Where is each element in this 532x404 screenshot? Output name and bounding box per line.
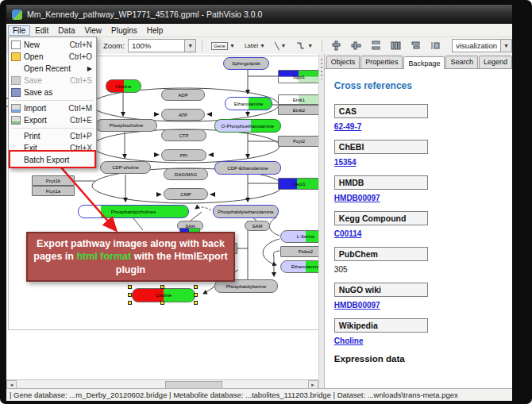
- tab-properties[interactable]: Properties: [360, 56, 403, 68]
- zoom-value: 100%: [129, 41, 184, 50]
- metabolite-node[interactable]: Choline: [106, 79, 141, 93]
- ref-db-header: ChEBI: [334, 140, 428, 154]
- title-bar[interactable]: Mm_Kennedy_pathway_WP1771_45176.gpml - P…: [6, 5, 512, 24]
- ref-db-header: CAS: [334, 104, 428, 118]
- selection-handle[interactable]: [128, 301, 132, 305]
- side-panel: Objects Properties Backpage Search Legen…: [325, 54, 512, 389]
- menu-item-import[interactable]: Import Ctrl+M: [9, 102, 96, 114]
- tab-objects[interactable]: Objects: [326, 56, 360, 68]
- metabolite-node[interactable]: L-Serine: [280, 230, 318, 243]
- menu-data[interactable]: Data: [53, 25, 79, 36]
- connector-tool-icon: [295, 40, 306, 51]
- window-title: Mm_Kennedy_pathway_WP1771_45176.gpml - P…: [27, 10, 262, 19]
- menu-help[interactable]: Help: [142, 25, 168, 36]
- tab-backpage[interactable]: Backpage: [403, 56, 445, 69]
- selection-handle[interactable]: [160, 301, 164, 305]
- metabolite-node[interactable]: CDP-Ethanolamine: [214, 161, 281, 175]
- panel-splitter[interactable]: [318, 54, 325, 389]
- visualization-combobox[interactable]: visualization ▼: [452, 39, 512, 52]
- line-tool-caret-icon[interactable]: ▼: [280, 43, 286, 48]
- selection-handle[interactable]: [194, 301, 198, 305]
- selection-handle[interactable]: [194, 285, 198, 289]
- metabolite-node[interactable]: O-Phosphoethanolamine: [214, 119, 281, 133]
- ref-link[interactable]: C00114: [334, 229, 361, 238]
- menu-item-print[interactable]: Print Ctrl+P: [9, 130, 96, 142]
- ref-db-header: PubChem: [334, 247, 428, 261]
- menu-bar: File Edit Data View Plugins Help: [6, 24, 512, 37]
- zoom-combobox[interactable]: 100% ▼: [128, 39, 196, 52]
- label-tool-caret-icon[interactable]: ▼: [260, 43, 265, 48]
- distribute-horizontal-button[interactable]: [387, 38, 404, 53]
- app-icon: [12, 10, 22, 20]
- visualization-dropdown-icon[interactable]: ▼: [500, 40, 511, 52]
- ref-link[interactable]: 62-49-7: [334, 122, 361, 131]
- metabolite-node[interactable]: ADP: [161, 89, 205, 101]
- open-folder-icon: [11, 52, 21, 61]
- metabolite-node[interactable]: Phosphocholine: [95, 119, 157, 132]
- distribute-vertical-button[interactable]: [368, 38, 384, 53]
- metabolite-node[interactable]: Ethanolamine: [280, 260, 318, 273]
- align-horizontal-center-button[interactable]: [348, 38, 364, 53]
- gene-node[interactable]: Etnk2: [278, 105, 318, 115]
- metabolite-node[interactable]: Phosphatidylcholines: [78, 205, 189, 218]
- distribute-vertical-icon: [371, 40, 381, 51]
- tab-search[interactable]: Search: [445, 56, 478, 68]
- ref-link[interactable]: HMDB00097: [334, 194, 380, 202]
- menu-item-open-recent[interactable]: Open Recent ▶: [9, 63, 96, 75]
- cross-references-heading: Cross references: [334, 80, 503, 91]
- metabolite-node[interactable]: SAM: [245, 221, 270, 231]
- align-vertical-center-button[interactable]: [328, 38, 345, 53]
- metabolite-node[interactable]: Phosphatidylethanolamine: [213, 205, 279, 218]
- ref-db-header: NuGO wiki: [334, 283, 428, 297]
- tab-legend[interactable]: Legend: [479, 56, 512, 68]
- gene-tool-caret-icon[interactable]: ▼: [229, 43, 235, 48]
- gene-node[interactable]: Pcyt1b: [32, 175, 75, 186]
- menu-item-export[interactable]: Export Ctrl+E: [9, 114, 96, 126]
- new-document-icon: [11, 40, 21, 49]
- file-menu-popup: New Ctrl+N Open Ctrl+O Open Recent ▶ Sav…: [8, 37, 97, 168]
- gene-node[interactable]: Etnk1: [278, 94, 318, 105]
- gene-tool-icon: Gene: [211, 42, 228, 50]
- menu-edit[interactable]: Edit: [30, 25, 53, 36]
- label-tool-button[interactable]: Label ▼: [241, 38, 268, 53]
- metabolite-node[interactable]: Sphingolipids: [223, 57, 269, 70]
- menu-item-save-as[interactable]: Save as: [9, 87, 96, 98]
- ref-db-header: Wikipedia: [334, 318, 428, 333]
- menu-item-open[interactable]: Open Ctrl+O: [9, 51, 96, 63]
- stack-button[interactable]: [407, 38, 424, 53]
- connector-tool-caret-icon[interactable]: ▼: [307, 43, 313, 48]
- zoom-dropdown-icon[interactable]: ▼: [184, 40, 195, 52]
- menu-plugins[interactable]: Plugins: [106, 25, 142, 36]
- save-as-floppy-icon: [11, 88, 21, 97]
- menu-view[interactable]: View: [79, 25, 106, 36]
- metabolite-node[interactable]: PPi: [161, 149, 206, 161]
- ref-link[interactable]: Choline: [334, 337, 364, 345]
- metabolite-node[interactable]: Ethanolamine: [225, 97, 272, 110]
- gene-node[interactable]: Pcyt2: [278, 136, 318, 147]
- ref-link[interactable]: HMDB00097: [334, 301, 380, 310]
- selection-handle[interactable]: [194, 293, 198, 297]
- menu-item-save[interactable]: Save Ctrl+S: [9, 75, 96, 87]
- selection-handle[interactable]: [128, 285, 132, 289]
- gene-node[interactable]: Pcyt1a: [32, 186, 75, 196]
- batch-export-highlight-box: [9, 150, 96, 168]
- metabolite-node[interactable]: CMP: [164, 188, 208, 200]
- gene-tool-button[interactable]: Gene ▼: [208, 38, 238, 53]
- ref-link[interactable]: 15354: [334, 158, 357, 167]
- menu-file[interactable]: File: [8, 25, 30, 36]
- gene-node[interactable]: Sgpl1: [278, 70, 318, 83]
- order-button[interactable]: [427, 38, 444, 53]
- selection-handle[interactable]: [128, 293, 132, 297]
- line-tool-button[interactable]: ╲ ▼: [272, 38, 289, 53]
- metabolite-node[interactable]: ATP: [161, 109, 205, 121]
- gene-node[interactable]: Ptdss2: [280, 246, 318, 257]
- connector-tool-button[interactable]: ▼: [292, 38, 316, 53]
- pathvisio-window: Mm_Kennedy_pathway_WP1771_45176.gpml - P…: [6, 5, 512, 401]
- gene-node[interactable]: Cept1: [278, 178, 318, 190]
- metabolite-node[interactable]: DAG/MAG: [164, 168, 208, 180]
- label-tool-icon: Label: [245, 43, 258, 48]
- selection-handle[interactable]: [160, 285, 164, 289]
- menu-item-new[interactable]: New Ctrl+N: [9, 39, 96, 51]
- metabolite-node[interactable]: CTP: [161, 129, 206, 141]
- metabolite-node[interactable]: CDP-choline: [100, 161, 151, 174]
